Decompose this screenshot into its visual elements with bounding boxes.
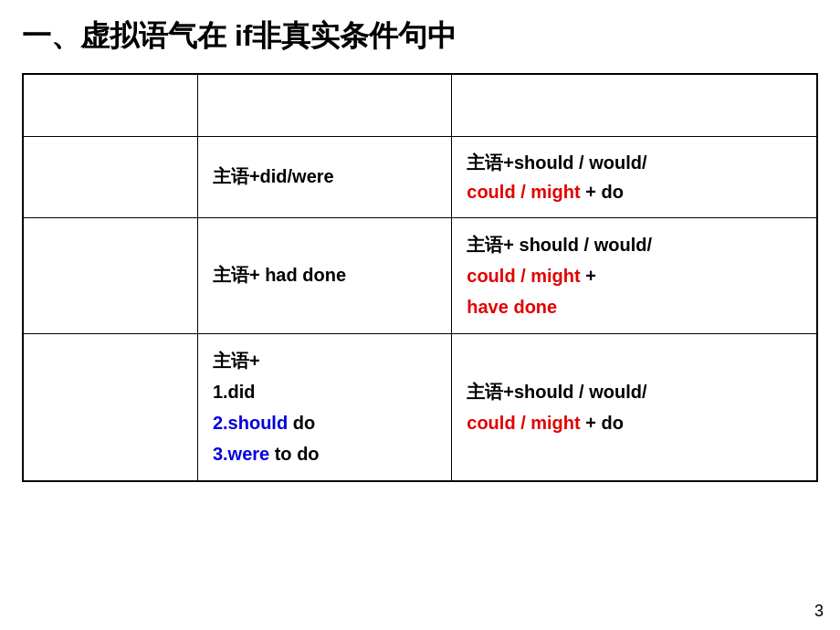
- row2-col3-plus: +: [581, 266, 596, 286]
- row2-col3-prefix: 主语+ should / would/: [467, 235, 652, 255]
- header-col3: [452, 74, 817, 136]
- row3-col3-prefix: 主语+should / would/: [467, 382, 646, 402]
- row2-col2: 主语+ had done: [197, 217, 451, 333]
- row2-col3: 主语+ should / would/ could / might + have…: [452, 217, 817, 333]
- page-container: 一、虚拟语气在 if非真实条件句中 主语+did/were 主语+should …: [0, 0, 840, 630]
- row3-col2-should: 2.should: [213, 413, 288, 433]
- row3-col3: 主语+should / would/ could / might + do: [452, 333, 817, 481]
- table-header-row: [23, 74, 817, 136]
- row2-col1: [23, 217, 197, 333]
- row3-col3-do: + do: [581, 413, 624, 433]
- grammar-table: 主语+did/were 主语+should / would/ could / m…: [22, 73, 818, 482]
- header-col1: [23, 74, 197, 136]
- page-title: 一、虚拟语气在 if非真实条件句中: [22, 16, 818, 57]
- header-col2: [197, 74, 451, 136]
- row3-col3-modal: could / might: [467, 413, 580, 433]
- page-number: 3: [814, 602, 824, 621]
- row1-col2: 主语+did/were: [197, 136, 451, 217]
- row3-col2-do: do: [288, 413, 315, 433]
- row3-col2-todo: to do: [269, 444, 319, 464]
- row3-col2-were: 3.were: [213, 444, 269, 464]
- row3-col1: [23, 333, 197, 481]
- row1-col3-prefix: 主语+should / would/: [467, 152, 646, 173]
- row2-col3-modal: could / might: [467, 266, 580, 286]
- row3-col2: 主语+ 1.did 2.should do 3.were to do: [197, 333, 451, 481]
- row3-col2-line2: 1.did: [213, 382, 256, 402]
- row1-col3-modal: could / might: [467, 182, 580, 202]
- row1-col3-do: + do: [581, 182, 624, 202]
- table-row-3: 主语+ 1.did 2.should do 3.were to do 主语+sh…: [23, 333, 817, 481]
- row3-col2-line1: 主语+: [213, 351, 260, 371]
- row2-col2-text: 主语+ had done: [213, 265, 346, 285]
- table-row-1: 主语+did/were 主语+should / would/ could / m…: [23, 136, 817, 217]
- row2-col3-have-done: have done: [467, 297, 557, 317]
- row1-col3: 主语+should / would/ could / might + do: [452, 136, 817, 217]
- row1-col2-text: 主语+did/were: [213, 166, 334, 186]
- row1-col1: [23, 136, 197, 217]
- table-row-2: 主语+ had done 主语+ should / would/ could /…: [23, 217, 817, 333]
